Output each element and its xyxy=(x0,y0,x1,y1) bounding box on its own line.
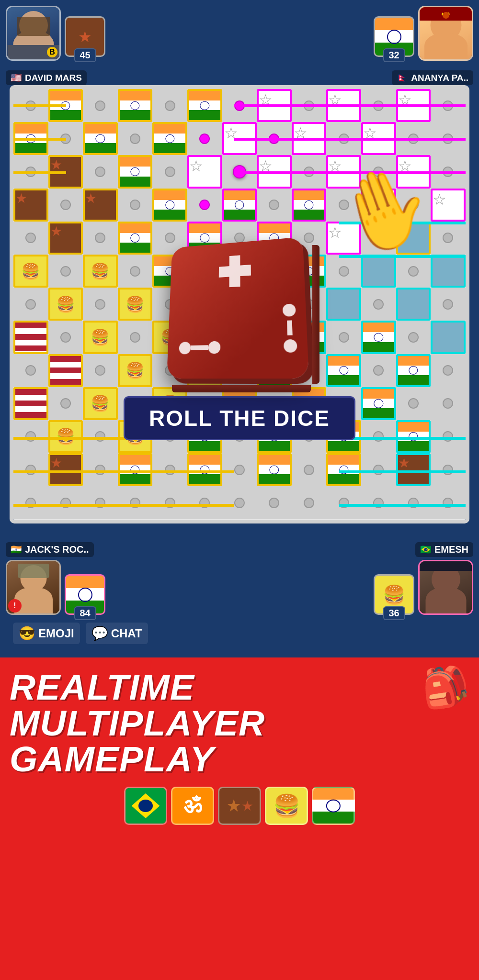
player-emesh: 🇧🇷 EMESH 🍔 36 xyxy=(374,535,473,615)
board-dot xyxy=(361,453,396,486)
bottom-flag-burger: 🍔 xyxy=(265,787,308,825)
board-cell-temple xyxy=(431,321,466,354)
dice-body[interactable] xyxy=(165,238,314,387)
board-cell-burger: 🍔 xyxy=(13,255,48,288)
token-jack: 84 xyxy=(65,574,105,615)
board-cell xyxy=(326,354,361,387)
token-emesh: 🍔 36 xyxy=(374,574,414,615)
token-david: ★ 45 xyxy=(65,16,105,57)
flag-emesh: 🇧🇷 xyxy=(420,544,432,555)
roll-dice-button[interactable]: ROLL THE DICE xyxy=(124,396,355,440)
board-cell-star xyxy=(292,122,327,155)
avatar-ananya: ♦♦♦ xyxy=(418,6,473,61)
board-dot xyxy=(257,189,292,222)
board-dot xyxy=(83,354,118,387)
board-cell-brown xyxy=(396,453,431,486)
treasure-chest-icon: 🎒 xyxy=(418,661,473,713)
board-dot xyxy=(292,89,327,122)
board-dot xyxy=(187,486,222,519)
board-dot xyxy=(13,288,48,321)
board-dot xyxy=(48,122,83,155)
board-dot xyxy=(326,321,361,354)
board-dot xyxy=(396,486,431,519)
board-cell xyxy=(187,89,222,122)
emoji-label: EMOJI xyxy=(38,627,74,640)
board-dot xyxy=(13,453,48,486)
banner-line2: GAMEPLAY xyxy=(10,741,422,777)
dice-side-right xyxy=(312,245,319,384)
bottom-flag-om: ॐ xyxy=(171,787,214,825)
board-dot xyxy=(292,486,327,519)
board-dot xyxy=(48,321,83,354)
dice-pip-dumbbell-right xyxy=(283,303,297,353)
board-cell-burger: 🍔 xyxy=(83,255,118,288)
board-dot xyxy=(13,155,48,188)
board-dot xyxy=(13,222,48,255)
dice-face-main xyxy=(167,237,309,379)
board-dot xyxy=(396,387,431,420)
flag-ananya: 🇳🇵 xyxy=(397,72,408,83)
board-dot xyxy=(13,354,48,387)
board-dot xyxy=(361,89,396,122)
board-cell-brown xyxy=(83,189,118,222)
board-dot xyxy=(48,486,83,519)
board-dot xyxy=(396,255,431,288)
board-dot xyxy=(431,387,466,420)
board-dot xyxy=(83,155,118,188)
bottom-players-section: 🇮🇳 JACK'S ROC.. ! xyxy=(0,523,479,650)
board-cell xyxy=(361,321,396,354)
chat-button[interactable]: 💬 CHAT xyxy=(86,623,148,644)
score-ananya: 32 xyxy=(383,48,405,62)
board-cell-star xyxy=(257,89,292,122)
board-cell-burger: 🍔 xyxy=(48,288,83,321)
dice-area[interactable]: ROLL THE DICE xyxy=(153,238,326,440)
board-dot xyxy=(48,387,83,420)
flag-david: 🇺🇸 xyxy=(11,72,22,83)
game-page: B ★ 45 🇺🇸 DAVID MARS 32 xyxy=(0,0,479,980)
board-dot xyxy=(83,486,118,519)
board-cell-burger: 🍔 xyxy=(83,321,118,354)
board-dot xyxy=(83,89,118,122)
banner-line1: REALTIME MULTIPLAYER xyxy=(10,669,422,741)
board-cell-brown xyxy=(13,189,48,222)
board-dot xyxy=(361,354,396,387)
board-dot xyxy=(118,255,153,288)
board-dot xyxy=(48,189,83,222)
emoji-button[interactable]: 😎 EMOJI xyxy=(13,623,80,644)
board-cell xyxy=(118,222,153,255)
avatar-jack: ! xyxy=(6,560,61,615)
score-david: 45 xyxy=(74,48,96,62)
board-dot xyxy=(187,189,222,222)
board-dot xyxy=(187,122,222,155)
board-dot xyxy=(118,321,153,354)
board-cell-burger: 🍔 xyxy=(83,387,118,420)
name-label-emesh: 🇧🇷 EMESH xyxy=(415,542,473,557)
board-cell-star xyxy=(257,155,292,188)
board-dot xyxy=(431,453,466,486)
board-dot xyxy=(431,486,466,519)
board-dot xyxy=(152,89,187,122)
board-cell xyxy=(187,453,222,486)
board-dot xyxy=(361,288,396,321)
action-bar: 😎 EMOJI 💬 CHAT xyxy=(6,619,473,648)
board-dot xyxy=(292,155,327,188)
board-cell xyxy=(396,420,431,453)
board-dot xyxy=(396,122,431,155)
board-dot xyxy=(118,189,153,222)
board-dot xyxy=(431,89,466,122)
score-jack: 84 xyxy=(74,606,96,620)
board-dot xyxy=(396,321,431,354)
emoji-icon: 😎 xyxy=(19,625,35,641)
board-cell xyxy=(118,89,153,122)
board-dot xyxy=(222,453,257,486)
board-dot xyxy=(13,420,48,453)
name-label-ananya: 🇳🇵 ANANYA PA.. xyxy=(392,70,473,85)
board-cell-brown xyxy=(48,222,83,255)
board-cell xyxy=(83,122,118,155)
chat-icon: 💬 xyxy=(91,625,108,641)
score-emesh: 36 xyxy=(383,606,405,620)
board-cell-temple xyxy=(431,255,466,288)
players-top-row: B ★ 45 🇺🇸 DAVID MARS 32 xyxy=(6,6,473,85)
player-jack: 🇮🇳 JACK'S ROC.. ! xyxy=(6,535,105,615)
board-section: 🍔 🍔 🍔 🍔 xyxy=(6,85,473,523)
